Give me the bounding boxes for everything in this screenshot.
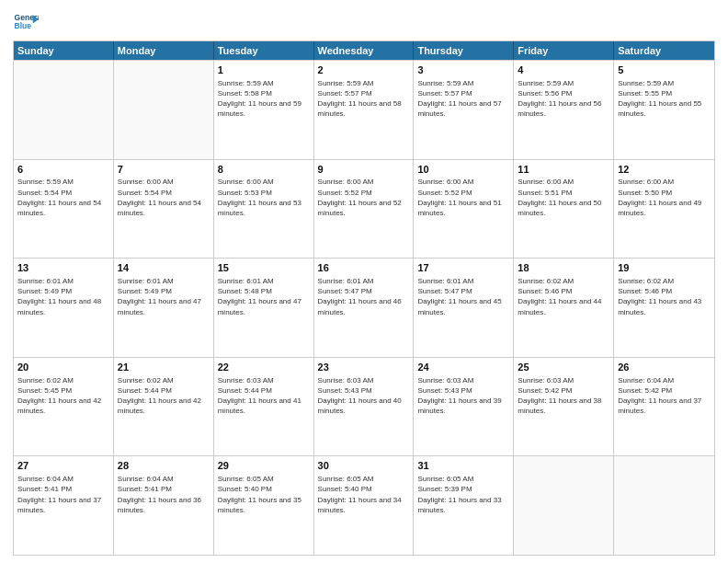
day-number: 4 — [518, 63, 609, 77]
calendar-cell: 14Sunrise: 6:01 AM Sunset: 5:49 PM Dayli… — [114, 259, 214, 357]
calendar-header-cell: Friday — [514, 41, 614, 60]
calendar-cell: 3Sunrise: 5:59 AM Sunset: 5:57 PM Daylig… — [414, 61, 514, 159]
day-number: 30 — [318, 459, 410, 473]
calendar-cell: 17Sunrise: 6:01 AM Sunset: 5:47 PM Dayli… — [414, 259, 514, 357]
day-number: 23 — [318, 361, 410, 374]
calendar-cell — [14, 61, 114, 159]
calendar-week: 27Sunrise: 6:04 AM Sunset: 5:41 PM Dayli… — [14, 455, 714, 555]
calendar-cell: 11Sunrise: 6:00 AM Sunset: 5:51 PM Dayli… — [514, 160, 614, 259]
day-number: 19 — [618, 261, 711, 275]
page-header: General Blue — [13, 9, 715, 35]
cell-details: Sunrise: 5:59 AM Sunset: 5:56 PM Dayligh… — [518, 78, 609, 120]
calendar-cell: 27Sunrise: 6:04 AM Sunset: 5:41 PM Dayli… — [14, 456, 114, 555]
cell-details: Sunrise: 6:00 AM Sunset: 5:52 PM Dayligh… — [318, 177, 410, 218]
calendar-cell — [514, 456, 614, 555]
day-number: 18 — [518, 261, 609, 275]
calendar-header: SundayMondayTuesdayWednesdayThursdayFrid… — [14, 41, 714, 60]
day-number: 11 — [518, 163, 609, 177]
cell-details: Sunrise: 6:00 AM Sunset: 5:53 PM Dayligh… — [218, 177, 310, 218]
calendar-cell: 7Sunrise: 6:00 AM Sunset: 5:54 PM Daylig… — [114, 160, 214, 259]
calendar-week: 1Sunrise: 5:59 AM Sunset: 5:58 PM Daylig… — [14, 60, 714, 159]
calendar-cell: 29Sunrise: 6:05 AM Sunset: 5:40 PM Dayli… — [214, 456, 314, 555]
calendar-cell: 12Sunrise: 6:00 AM Sunset: 5:50 PM Dayli… — [614, 160, 714, 259]
cell-details: Sunrise: 6:02 AM Sunset: 5:45 PM Dayligh… — [17, 375, 109, 417]
cell-details: Sunrise: 6:01 AM Sunset: 5:47 PM Dayligh… — [318, 276, 410, 317]
calendar-cell: 26Sunrise: 6:04 AM Sunset: 5:42 PM Dayli… — [614, 358, 714, 456]
calendar-cell: 9Sunrise: 6:00 AM Sunset: 5:52 PM Daylig… — [314, 160, 415, 259]
cell-details: Sunrise: 6:05 AM Sunset: 5:39 PM Dayligh… — [417, 474, 509, 515]
cell-details: Sunrise: 6:01 AM Sunset: 5:49 PM Dayligh… — [17, 276, 109, 317]
cell-details: Sunrise: 6:00 AM Sunset: 5:52 PM Dayligh… — [417, 177, 509, 218]
calendar-cell: 6Sunrise: 5:59 AM Sunset: 5:54 PM Daylig… — [14, 160, 114, 259]
calendar-header-cell: Wednesday — [314, 41, 415, 60]
calendar-week: 6Sunrise: 5:59 AM Sunset: 5:54 PM Daylig… — [14, 159, 714, 259]
calendar-body: 1Sunrise: 5:59 AM Sunset: 5:58 PM Daylig… — [14, 60, 714, 555]
day-number: 28 — [118, 459, 210, 473]
cell-details: Sunrise: 6:03 AM Sunset: 5:43 PM Dayligh… — [318, 375, 410, 417]
logo-icon: General Blue — [13, 9, 39, 35]
day-number: 20 — [17, 361, 109, 374]
cell-details: Sunrise: 6:03 AM Sunset: 5:44 PM Dayligh… — [218, 375, 310, 417]
calendar-cell — [114, 61, 214, 159]
day-number: 24 — [417, 361, 509, 374]
cell-details: Sunrise: 5:59 AM Sunset: 5:55 PM Dayligh… — [618, 78, 711, 120]
day-number: 13 — [17, 261, 109, 275]
day-number: 15 — [218, 261, 310, 275]
cell-details: Sunrise: 6:01 AM Sunset: 5:49 PM Dayligh… — [118, 276, 210, 317]
calendar-cell: 2Sunrise: 5:59 AM Sunset: 5:57 PM Daylig… — [314, 61, 415, 159]
calendar-cell: 8Sunrise: 6:00 AM Sunset: 5:53 PM Daylig… — [214, 160, 314, 259]
cell-details: Sunrise: 6:02 AM Sunset: 5:46 PM Dayligh… — [518, 276, 609, 317]
day-number: 3 — [417, 63, 509, 77]
calendar-cell: 10Sunrise: 6:00 AM Sunset: 5:52 PM Dayli… — [414, 160, 514, 259]
calendar-week: 20Sunrise: 6:02 AM Sunset: 5:45 PM Dayli… — [14, 357, 714, 456]
calendar-cell: 15Sunrise: 6:01 AM Sunset: 5:48 PM Dayli… — [214, 259, 314, 357]
day-number: 29 — [218, 459, 310, 473]
day-number: 8 — [218, 163, 310, 177]
cell-details: Sunrise: 6:02 AM Sunset: 5:44 PM Dayligh… — [118, 375, 210, 417]
day-number: 21 — [118, 361, 210, 374]
day-number: 25 — [518, 361, 609, 374]
cell-details: Sunrise: 6:04 AM Sunset: 5:42 PM Dayligh… — [618, 375, 711, 417]
calendar-cell: 19Sunrise: 6:02 AM Sunset: 5:46 PM Dayli… — [614, 259, 714, 357]
calendar-cell: 20Sunrise: 6:02 AM Sunset: 5:45 PM Dayli… — [14, 358, 114, 456]
calendar-week: 13Sunrise: 6:01 AM Sunset: 5:49 PM Dayli… — [14, 258, 714, 357]
calendar-header-cell: Sunday — [14, 41, 114, 60]
cell-details: Sunrise: 6:02 AM Sunset: 5:46 PM Dayligh… — [618, 276, 711, 317]
day-number: 31 — [417, 459, 509, 473]
cell-details: Sunrise: 6:00 AM Sunset: 5:54 PM Dayligh… — [118, 177, 210, 218]
cell-details: Sunrise: 5:59 AM Sunset: 5:58 PM Dayligh… — [218, 78, 310, 120]
day-number: 27 — [17, 459, 109, 473]
cell-details: Sunrise: 6:05 AM Sunset: 5:40 PM Dayligh… — [218, 474, 310, 515]
calendar-cell: 5Sunrise: 5:59 AM Sunset: 5:55 PM Daylig… — [614, 61, 714, 159]
calendar-cell: 18Sunrise: 6:02 AM Sunset: 5:46 PM Dayli… — [514, 259, 614, 357]
calendar-cell: 21Sunrise: 6:02 AM Sunset: 5:44 PM Dayli… — [114, 358, 214, 456]
cell-details: Sunrise: 6:03 AM Sunset: 5:42 PM Dayligh… — [518, 375, 609, 417]
day-number: 7 — [118, 163, 210, 177]
calendar-cell: 16Sunrise: 6:01 AM Sunset: 5:47 PM Dayli… — [314, 259, 415, 357]
calendar-cell: 28Sunrise: 6:04 AM Sunset: 5:41 PM Dayli… — [114, 456, 214, 555]
calendar-cell: 30Sunrise: 6:05 AM Sunset: 5:40 PM Dayli… — [314, 456, 415, 555]
day-number: 26 — [618, 361, 711, 374]
svg-text:Blue: Blue — [15, 21, 32, 30]
cell-details: Sunrise: 6:01 AM Sunset: 5:47 PM Dayligh… — [417, 276, 509, 317]
calendar-cell: 24Sunrise: 6:03 AM Sunset: 5:43 PM Dayli… — [414, 358, 514, 456]
cell-details: Sunrise: 6:04 AM Sunset: 5:41 PM Dayligh… — [118, 474, 210, 515]
cell-details: Sunrise: 6:00 AM Sunset: 5:50 PM Dayligh… — [618, 177, 711, 218]
logo: General Blue — [13, 9, 42, 35]
calendar-grid: SundayMondayTuesdayWednesdayThursdayFrid… — [13, 40, 715, 556]
day-number: 14 — [118, 261, 210, 275]
day-number: 16 — [318, 261, 410, 275]
calendar-cell: 23Sunrise: 6:03 AM Sunset: 5:43 PM Dayli… — [314, 358, 415, 456]
calendar-cell: 1Sunrise: 5:59 AM Sunset: 5:58 PM Daylig… — [214, 61, 314, 159]
calendar-cell: 31Sunrise: 6:05 AM Sunset: 5:39 PM Dayli… — [414, 456, 514, 555]
calendar-cell: 25Sunrise: 6:03 AM Sunset: 5:42 PM Dayli… — [514, 358, 614, 456]
day-number: 12 — [618, 163, 711, 177]
cell-details: Sunrise: 5:59 AM Sunset: 5:57 PM Dayligh… — [417, 78, 509, 120]
cell-details: Sunrise: 5:59 AM Sunset: 5:57 PM Dayligh… — [318, 78, 410, 120]
calendar-cell: 13Sunrise: 6:01 AM Sunset: 5:49 PM Dayli… — [14, 259, 114, 357]
day-number: 17 — [417, 261, 509, 275]
cell-details: Sunrise: 6:05 AM Sunset: 5:40 PM Dayligh… — [318, 474, 410, 515]
cell-details: Sunrise: 6:00 AM Sunset: 5:51 PM Dayligh… — [518, 177, 609, 218]
calendar-header-cell: Tuesday — [214, 41, 314, 60]
cell-details: Sunrise: 6:04 AM Sunset: 5:41 PM Dayligh… — [17, 474, 109, 515]
